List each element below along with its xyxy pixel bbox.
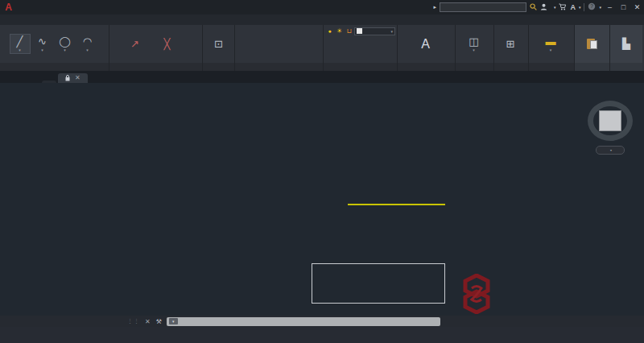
layer-unlock-icon[interactable]: ⊔ <box>345 27 353 35</box>
polyline-button[interactable]: ∿ ▾ <box>32 35 53 53</box>
drawing-canvas[interactable]: ▾ <box>0 83 644 316</box>
ray-mode-icon: ↗ <box>130 38 139 51</box>
detail-panel-label[interactable] <box>203 63 234 71</box>
annotation-panel-label[interactable] <box>398 63 455 71</box>
autocad-app-icon[interactable]: A <box>2 2 14 13</box>
hide-situation-button[interactable]: ⊡ <box>205 37 233 52</box>
title-block <box>312 263 445 304</box>
command-close-icon[interactable]: ✕ <box>145 318 151 325</box>
ribbon-panel-utilities: ▬ ▾ <box>529 25 575 71</box>
insert-button[interactable]: ◫ ▾ <box>464 35 485 53</box>
autodesk-a-icon[interactable]: A <box>570 3 576 11</box>
layers-panel-label[interactable] <box>324 63 397 71</box>
lock-icon <box>65 75 70 81</box>
title-bar: A ▸ ▾ A ▾ ? <box>0 0 644 14</box>
ribbon-panel-groups: ⊞ <box>494 25 529 71</box>
line-icon: ╱ <box>17 35 23 48</box>
command-input[interactable]: ▾ <box>167 317 440 326</box>
block-panel-label[interactable] <box>456 63 493 71</box>
draw-panel-label[interactable] <box>0 63 109 71</box>
viewcube[interactable]: ▾ <box>581 91 639 159</box>
view-button[interactable]: ▙ <box>616 37 637 52</box>
layer-thaw-icon[interactable]: ☀ <box>335 27 344 35</box>
hide-situation-icon: ⊡ <box>214 38 223 51</box>
help-icon[interactable]: ? <box>588 2 596 12</box>
ribbon-panel-clipboard <box>575 25 610 71</box>
multiline-text-icon: A <box>421 38 430 51</box>
clipboard-icon <box>587 38 598 51</box>
autodesk-caret-icon[interactable]: ▾ <box>579 5 581 10</box>
ribbon-panel-construction: ↗ ╳ <box>109 25 203 71</box>
expand-search-icon[interactable]: ▸ <box>433 4 436 10</box>
ribbon-panel-modify <box>235 25 324 71</box>
search-icon[interactable] <box>530 3 537 12</box>
view-layout-icon: ▙ <box>622 38 630 51</box>
command-grip-handle[interactable]: ⋮⋮ <box>127 318 140 324</box>
status-bar <box>0 327 644 343</box>
layer-dropdown[interactable]: ▾ <box>354 27 395 35</box>
ribbon-tab-row <box>0 14 644 25</box>
ribbon: ╱ ▾ ∿ ▾ ◯ ▾ ◠ ▾ <box>0 25 644 71</box>
measure-ruler-icon: ▬ <box>546 35 556 48</box>
layer-dropdown-caret-icon: ▾ <box>390 29 393 34</box>
sonalabs-logo-icon <box>456 274 497 314</box>
wcs-caret-icon: ▾ <box>610 148 612 152</box>
utilities-panel-label[interactable] <box>529 63 574 71</box>
measure-button[interactable]: ▬ ▾ <box>540 35 561 53</box>
command-customize-wrench-icon[interactable]: ⚒ <box>156 318 162 325</box>
ray-mode-button[interactable]: ↗ <box>124 37 147 52</box>
ribbon-panel-annotation: A <box>398 25 456 71</box>
parts-list-table <box>348 204 445 205</box>
construction-lines-icon: ╳ <box>164 38 171 51</box>
sign-in-caret-icon[interactable]: ▾ <box>554 5 556 10</box>
wcs-dropdown[interactable]: ▾ <box>596 146 625 155</box>
group-button[interactable]: ⊞ <box>500 37 521 52</box>
construction-panel-label[interactable] <box>109 63 202 71</box>
titlebar-divider <box>584 3 584 11</box>
ribbon-panel-view: ▙ <box>610 25 642 71</box>
group-icon: ⊞ <box>506 38 515 51</box>
multiline-text-button[interactable]: A <box>411 37 440 52</box>
construction-lines-button[interactable]: ╳ <box>148 37 187 52</box>
app-store-cart-icon[interactable] <box>559 3 567 12</box>
clipboard-panel-label[interactable] <box>575 63 609 71</box>
layer-color-swatch <box>357 28 362 34</box>
arc-icon: ◠ <box>83 35 92 48</box>
circle-icon: ◯ <box>59 35 71 48</box>
command-recent-icon[interactable]: ▾ <box>169 318 178 324</box>
window-title <box>184 2 188 10</box>
ribbon-panel-block: ◫ ▾ <box>456 25 494 71</box>
svg-text:?: ? <box>591 3 594 9</box>
file-tab-bar: ✕ <box>0 71 644 83</box>
maximize-button[interactable]: □ <box>618 3 629 11</box>
circle-button[interactable]: ◯ ▾ <box>55 35 76 53</box>
view-panel-label[interactable] <box>610 63 642 71</box>
insert-block-icon: ◫ <box>469 35 478 48</box>
help-search-input[interactable] <box>440 2 526 12</box>
command-line-row: ⋮⋮ ✕ ⚒ ▾ <box>0 316 644 327</box>
autocad-window: A ▸ ▾ A ▾ ? <box>0 0 644 343</box>
arc-button[interactable]: ◠ ▾ <box>77 35 98 53</box>
ribbon-panel-draw: ╱ ▾ ∿ ▾ ◯ ▾ ◠ ▾ <box>0 25 109 71</box>
line-button[interactable]: ╱ ▾ <box>10 34 31 54</box>
close-button[interactable]: ✕ <box>632 3 642 11</box>
close-tab-icon[interactable]: ✕ <box>75 74 80 81</box>
groups-panel-label[interactable] <box>494 63 528 71</box>
clipboard-button[interactable] <box>582 37 603 52</box>
modify-panel-label[interactable] <box>235 63 323 71</box>
viewcube-top-face[interactable] <box>599 110 621 131</box>
ribbon-panel-layers: ● ☀ ⊔ ▾ <box>324 25 398 71</box>
ribbon-panel-detail: ⊡ <box>203 25 235 71</box>
polyline-icon: ∿ <box>38 35 47 48</box>
sonalabs-watermark <box>456 274 502 314</box>
user-icon[interactable] <box>540 3 547 12</box>
help-caret-icon[interactable]: ▾ <box>599 5 601 10</box>
minimize-button[interactable]: – <box>605 3 615 11</box>
layer-on-icon[interactable]: ● <box>325 27 334 35</box>
file-tab-document[interactable]: ✕ <box>58 73 88 83</box>
